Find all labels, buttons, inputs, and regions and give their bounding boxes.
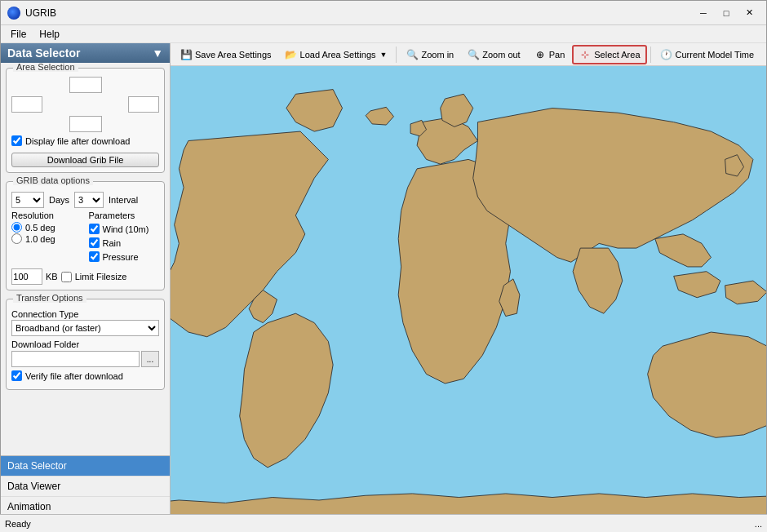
grib-options-label: GRIB data options (13, 175, 93, 185)
minimize-button[interactable]: ─ (693, 5, 714, 21)
menu-help[interactable]: Help (33, 27, 66, 42)
maximize-button[interactable]: □ (716, 5, 737, 21)
tab-data-selector[interactable]: Data Selector (1, 456, 170, 477)
toolbar-sep-1 (396, 47, 397, 63)
download-grib-button[interactable]: Download Grib File (11, 153, 159, 167)
load-dropdown-icon[interactable]: ▼ (380, 51, 388, 59)
zoom-out-icon: 🔍 (467, 48, 480, 61)
resolution-05-label: 0.5 deg (25, 223, 55, 233)
resolution-10-radio[interactable] (11, 233, 22, 244)
menu-file[interactable]: File (4, 27, 33, 42)
zoom-in-icon: 🔍 (406, 48, 419, 61)
status-text: Ready (5, 519, 31, 529)
map-area[interactable] (171, 66, 766, 532)
title-bar: UGRIB ─ □ ✕ (1, 1, 766, 25)
days-label: Days (49, 195, 69, 205)
rain-label: Rain (103, 238, 122, 248)
panel-dropdown-icon[interactable]: ▼ (152, 47, 163, 60)
rain-checkbox[interactable] (89, 237, 100, 248)
coord-top-input[interactable] (69, 77, 102, 93)
left-panel: Data Selector ▼ Area Selection (1, 43, 171, 532)
filesize-input[interactable] (11, 268, 42, 285)
load-icon: 📂 (285, 48, 298, 61)
pan-label: Pan (549, 50, 565, 60)
close-button[interactable]: ✕ (738, 5, 760, 21)
menu-bar: File Help (1, 25, 766, 43)
zoom-in-button[interactable]: 🔍 Zoom in (400, 46, 459, 64)
download-folder-label: Download Folder (11, 339, 159, 349)
zoom-out-button[interactable]: 🔍 Zoom out (461, 46, 525, 64)
resolution-10-label: 1.0 deg (25, 234, 55, 244)
panel-header: Data Selector ▼ (1, 43, 170, 63)
pressure-label: Pressure (103, 252, 139, 262)
save-area-settings-label: Save Area Settings (195, 50, 272, 60)
pressure-checkbox[interactable] (89, 251, 100, 262)
coord-left-input[interactable] (11, 96, 42, 113)
main-layout: Data Selector ▼ Area Selection (1, 43, 766, 532)
window-controls: ─ □ ✕ (693, 5, 760, 21)
app-icon (7, 7, 20, 20)
pan-button[interactable]: ⊕ Pan (528, 46, 571, 64)
coord-bottom-input[interactable] (69, 116, 102, 132)
zoom-out-label: Zoom out (482, 50, 520, 60)
status-dots: ... (755, 519, 762, 529)
load-area-settings-button[interactable]: 📂 Load Area Settings ▼ (279, 46, 393, 64)
select-area-label: Select Area (594, 50, 640, 60)
area-selection-box: Area Selection Display f (6, 68, 165, 173)
right-content: 💾 Save Area Settings 📂 Load Area Setting… (171, 43, 766, 532)
save-icon: 💾 (180, 48, 193, 61)
panel-content: Area Selection Display f (1, 63, 170, 455)
folder-input[interactable] (11, 351, 140, 367)
panel-title: Data Selector (7, 47, 80, 60)
tab-data-viewer[interactable]: Data Viewer (1, 477, 170, 497)
grib-options-box: GRIB data options 5 123467 Days 3 12612 … (6, 181, 165, 290)
connection-select[interactable]: Broadband (or faster) Dialup Satellite (11, 320, 159, 336)
current-model-label: Current Model Time (676, 50, 755, 60)
params-label: Parameters (89, 211, 160, 220)
display-file-checkbox[interactable] (11, 135, 22, 146)
save-area-settings-button[interactable]: 💾 Save Area Settings (174, 46, 277, 64)
pan-icon: ⊕ (534, 48, 547, 61)
transfer-options-box: Transfer Options Connection Type Broadba… (6, 299, 165, 390)
select-area-icon: ⊹ (579, 48, 592, 61)
toolbar: 💾 Save Area Settings 📂 Load Area Setting… (171, 43, 766, 66)
limit-filesize-checkbox[interactable] (61, 272, 72, 282)
load-area-settings-label: Load Area Settings (300, 50, 376, 60)
interval-select[interactable]: 3 12612 (74, 192, 104, 208)
transfer-options-label: Transfer Options (13, 293, 86, 303)
wind-checkbox[interactable] (89, 224, 100, 234)
interval-label: Interval (109, 195, 138, 205)
resolution-label: Resolution (11, 211, 82, 220)
area-selection-label: Area Selection (13, 63, 78, 72)
connection-type-label: Connection Type (11, 309, 159, 319)
browse-button[interactable]: ... (141, 351, 159, 367)
limit-filesize-label: Limit Filesize (75, 272, 127, 282)
resolution-05-radio[interactable] (11, 222, 22, 233)
select-area-button[interactable]: ⊹ Select Area (572, 45, 646, 64)
toolbar-sep-2 (650, 47, 651, 63)
zoom-in-label: Zoom in (421, 50, 454, 60)
coord-right-input[interactable] (128, 96, 159, 113)
display-file-label: Display file after download (25, 136, 130, 146)
verify-label: Verify file after download (25, 371, 123, 381)
verify-checkbox[interactable] (11, 370, 22, 381)
wind-label: Wind (10m) (103, 224, 149, 234)
clock-icon: 🕐 (660, 48, 673, 61)
app-title: UGRIB (25, 7, 693, 19)
filesize-unit: KB (46, 272, 58, 282)
current-model-button[interactable]: 🕐 Current Model Time (654, 46, 760, 64)
status-bar: Ready ... (0, 514, 767, 532)
world-map-svg (171, 66, 766, 532)
days-select[interactable]: 5 123467 (11, 192, 44, 208)
